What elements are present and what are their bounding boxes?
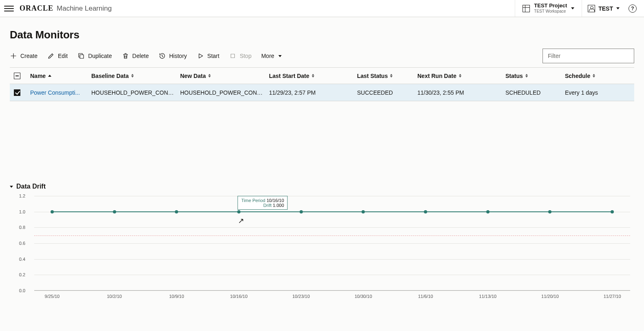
- hamburger-menu-icon[interactable]: [4, 4, 14, 13]
- row-laststatus: SUCCEEDED: [357, 89, 417, 96]
- row-nextrun: 11/30/23, 2:55 PM: [417, 89, 505, 96]
- data-point[interactable]: [51, 210, 54, 213]
- svg-rect-0: [80, 55, 84, 58]
- y-tick-label: 0.6: [19, 241, 25, 246]
- duplicate-label: Duplicate: [88, 53, 112, 59]
- col-nextrun[interactable]: Next Run Date: [417, 73, 505, 79]
- grid-line: [34, 275, 630, 275]
- select-all-checkbox[interactable]: [14, 73, 20, 79]
- x-tick-label: 10/9/10: [169, 294, 184, 299]
- row-status: SCHEDULED: [505, 89, 565, 96]
- grid-line: [34, 243, 630, 244]
- history-label: History: [169, 53, 187, 59]
- grid-line: [34, 291, 630, 291]
- x-tick-label: 11/27/10: [604, 294, 621, 299]
- duplicate-icon: [77, 52, 85, 60]
- table-row[interactable]: Power Consumpti... HOUSEHOLD_POWER_CONS.…: [10, 84, 634, 101]
- page-title: Data Monitors: [10, 29, 634, 41]
- sort-icon: [208, 74, 211, 78]
- row-newdata: HOUSEHOLD_POWER_CONS...: [180, 89, 269, 96]
- y-tick-label: 0.8: [19, 225, 25, 230]
- logo-block: ORACLE Machine Learning: [20, 4, 112, 13]
- x-tick-label: 10/2/10: [107, 294, 122, 299]
- data-point[interactable]: [548, 210, 551, 213]
- monitors-table: Name Baseline Data New Data Last Start D…: [10, 68, 634, 101]
- stop-button: Stop: [229, 52, 251, 60]
- chevron-down-icon: [278, 55, 282, 57]
- row-checkbox[interactable]: [14, 89, 20, 96]
- x-tick-label: 11/13/10: [479, 294, 496, 299]
- sort-icon: [525, 74, 528, 78]
- filter-input[interactable]: [543, 49, 634, 63]
- oracle-logo: ORACLE: [20, 4, 53, 13]
- grid-line: [34, 227, 630, 228]
- x-tick-label: 9/25/10: [45, 294, 60, 299]
- duplicate-button[interactable]: Duplicate: [77, 52, 112, 60]
- y-tick-label: 0.0: [19, 288, 25, 293]
- col-laststatus[interactable]: Last Status: [357, 73, 417, 79]
- x-tick-label: 10/30/10: [355, 294, 372, 299]
- start-button[interactable]: Start: [197, 52, 220, 60]
- app-header: ORACLE Machine Learning TEST Project TES…: [0, 0, 644, 17]
- user-icon: [588, 5, 595, 12]
- col-name[interactable]: Name: [30, 73, 91, 79]
- stop-icon: [229, 52, 236, 60]
- plus-icon: [10, 52, 17, 60]
- user-switcher[interactable]: TEST: [582, 0, 625, 17]
- create-button[interactable]: Create: [10, 52, 37, 60]
- edit-label: Edit: [58, 53, 68, 59]
- delete-button[interactable]: Delete: [122, 52, 149, 60]
- y-tick-label: 0.4: [19, 257, 25, 262]
- sort-icon: [390, 74, 393, 78]
- data-point[interactable]: [486, 210, 490, 213]
- data-point[interactable]: [300, 210, 303, 213]
- more-button[interactable]: More: [261, 53, 282, 59]
- sort-asc-icon: [48, 75, 51, 77]
- play-icon: [197, 52, 204, 60]
- project-switcher[interactable]: TEST Project TEST Workspace: [515, 0, 582, 17]
- col-schedule[interactable]: Schedule: [565, 73, 625, 79]
- row-laststart: 11/29/23, 2:57 PM: [269, 89, 357, 96]
- sort-icon: [131, 74, 134, 78]
- page: Data Monitors Create Edit Duplicate Dele…: [0, 17, 644, 318]
- col-status[interactable]: Status: [505, 73, 565, 79]
- chevron-down-icon: [616, 7, 620, 9]
- x-tick-label: 11/20/10: [541, 294, 559, 299]
- threshold-line: [34, 235, 630, 236]
- x-tick-label: 11/6/10: [418, 294, 433, 299]
- series-line: [52, 211, 612, 212]
- y-tick-label: 1.0: [19, 209, 25, 214]
- col-newdata[interactable]: New Data: [180, 73, 269, 79]
- trash-icon: [122, 52, 129, 60]
- y-tick-label: 0.2: [19, 272, 25, 277]
- y-tick-label: 1.2: [19, 193, 25, 198]
- data-point[interactable]: [175, 210, 178, 213]
- help-button[interactable]: ?: [625, 0, 640, 17]
- chart-tooltip: Time Period10/16/10Drift1.000: [238, 196, 288, 210]
- data-point[interactable]: [237, 210, 240, 213]
- data-point[interactable]: [113, 210, 116, 213]
- svg-rect-1: [231, 54, 235, 58]
- project-icon: [523, 5, 530, 12]
- help-icon: ?: [629, 4, 637, 13]
- table-header-row: Name Baseline Data New Data Last Start D…: [10, 68, 634, 84]
- chevron-down-icon: [571, 7, 574, 9]
- edit-button[interactable]: Edit: [47, 52, 68, 60]
- row-baseline: HOUSEHOLD_POWER_CONS...: [91, 89, 180, 96]
- cursor-icon: ↖: [238, 216, 244, 225]
- start-label: Start: [207, 53, 220, 59]
- data-point[interactable]: [362, 210, 365, 213]
- data-drift-section-header[interactable]: Data Drift: [10, 183, 634, 190]
- grid-line: [34, 259, 630, 260]
- data-point[interactable]: [611, 210, 614, 213]
- section-title: Data Drift: [16, 183, 46, 190]
- stop-label: Stop: [240, 53, 251, 59]
- data-point[interactable]: [424, 210, 427, 213]
- x-tick-label: 10/16/10: [230, 294, 248, 299]
- history-button[interactable]: History: [159, 52, 187, 60]
- col-laststart[interactable]: Last Start Date: [269, 73, 357, 79]
- col-baseline[interactable]: Baseline Data: [91, 73, 180, 79]
- create-label: Create: [20, 53, 37, 59]
- workspace-name: TEST Workspace: [534, 9, 567, 14]
- row-name-link[interactable]: Power Consumpti...: [30, 89, 91, 96]
